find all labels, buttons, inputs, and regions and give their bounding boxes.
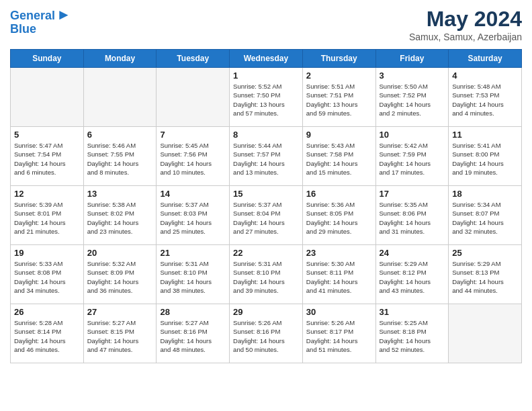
weekday-header: Monday [83, 50, 157, 68]
calendar-cell: 19Sunrise: 5:33 AM Sunset: 8:08 PM Dayli… [11, 245, 84, 304]
page: General► Blue May 2024 Samux, Samux, Aze… [0, 0, 532, 370]
day-info: Sunrise: 5:37 AM Sunset: 8:04 PM Dayligh… [233, 200, 299, 236]
calendar-cell: 17Sunrise: 5:35 AM Sunset: 8:06 PM Dayli… [375, 186, 449, 245]
day-info: Sunrise: 5:52 AM Sunset: 7:50 PM Dayligh… [233, 82, 299, 118]
day-number: 1 [233, 71, 299, 81]
weekday-header: Wednesday [230, 50, 303, 68]
day-number: 3 [380, 71, 445, 81]
calendar-cell: 11Sunrise: 5:41 AM Sunset: 8:00 PM Dayli… [449, 127, 522, 186]
day-number: 29 [233, 307, 299, 317]
weekday-header: Tuesday [157, 50, 230, 68]
day-info: Sunrise: 5:51 AM Sunset: 7:51 PM Dayligh… [306, 82, 372, 118]
weekday-row: SundayMondayTuesdayWednesdayThursdayFrid… [11, 50, 522, 68]
day-number: 28 [160, 307, 226, 317]
day-number: 24 [380, 248, 445, 258]
day-info: Sunrise: 5:26 AM Sunset: 8:17 PM Dayligh… [306, 318, 372, 354]
calendar-cell: 23Sunrise: 5:30 AM Sunset: 8:11 PM Dayli… [302, 245, 375, 304]
day-info: Sunrise: 5:46 AM Sunset: 7:55 PM Dayligh… [87, 141, 153, 177]
day-info: Sunrise: 5:31 AM Sunset: 8:10 PM Dayligh… [160, 259, 226, 295]
day-info: Sunrise: 5:38 AM Sunset: 8:02 PM Dayligh… [87, 200, 153, 236]
day-info: Sunrise: 5:35 AM Sunset: 8:06 PM Dayligh… [380, 200, 445, 236]
day-number: 12 [14, 189, 80, 199]
calendar-cell: 16Sunrise: 5:36 AM Sunset: 8:05 PM Dayli… [302, 186, 375, 245]
logo-text: General► Blue [10, 7, 71, 36]
title-block: May 2024 Samux, Samux, Azerbaijan [409, 7, 522, 42]
calendar-week-row: 26Sunrise: 5:28 AM Sunset: 8:14 PM Dayli… [11, 304, 522, 363]
day-info: Sunrise: 5:43 AM Sunset: 7:58 PM Dayligh… [306, 141, 372, 177]
day-number: 7 [160, 130, 226, 140]
calendar-table: SundayMondayTuesdayWednesdayThursdayFrid… [10, 49, 522, 363]
weekday-header: Saturday [449, 50, 522, 68]
calendar-cell: 1Sunrise: 5:52 AM Sunset: 7:50 PM Daylig… [230, 68, 303, 127]
calendar-cell: 6Sunrise: 5:46 AM Sunset: 7:55 PM Daylig… [83, 127, 157, 186]
day-number: 19 [14, 248, 80, 258]
day-number: 20 [87, 248, 153, 258]
day-info: Sunrise: 5:29 AM Sunset: 8:13 PM Dayligh… [452, 259, 518, 295]
day-info: Sunrise: 5:41 AM Sunset: 8:00 PM Dayligh… [452, 141, 518, 177]
day-number: 31 [380, 307, 445, 317]
calendar-cell: 13Sunrise: 5:38 AM Sunset: 8:02 PM Dayli… [83, 186, 157, 245]
day-info: Sunrise: 5:39 AM Sunset: 8:01 PM Dayligh… [14, 200, 80, 236]
day-info: Sunrise: 5:26 AM Sunset: 8:16 PM Dayligh… [233, 318, 299, 354]
day-info: Sunrise: 5:32 AM Sunset: 8:09 PM Dayligh… [87, 259, 153, 295]
day-number: 6 [87, 130, 153, 140]
calendar-header: SundayMondayTuesdayWednesdayThursdayFrid… [11, 50, 522, 68]
day-number: 27 [87, 307, 153, 317]
day-info: Sunrise: 5:27 AM Sunset: 8:16 PM Dayligh… [160, 318, 226, 354]
calendar-cell: 31Sunrise: 5:25 AM Sunset: 8:18 PM Dayli… [375, 304, 449, 363]
header: General► Blue May 2024 Samux, Samux, Aze… [10, 7, 522, 42]
calendar-cell: 18Sunrise: 5:34 AM Sunset: 8:07 PM Dayli… [449, 186, 522, 245]
calendar-cell: 5Sunrise: 5:47 AM Sunset: 7:54 PM Daylig… [11, 127, 84, 186]
calendar-cell: 9Sunrise: 5:43 AM Sunset: 7:58 PM Daylig… [302, 127, 375, 186]
calendar-cell: 14Sunrise: 5:37 AM Sunset: 8:03 PM Dayli… [157, 186, 230, 245]
day-number: 17 [380, 189, 445, 199]
day-number: 11 [452, 130, 518, 140]
calendar-cell: 8Sunrise: 5:44 AM Sunset: 7:57 PM Daylig… [230, 127, 303, 186]
day-info: Sunrise: 5:48 AM Sunset: 7:53 PM Dayligh… [452, 82, 518, 118]
calendar-week-row: 5Sunrise: 5:47 AM Sunset: 7:54 PM Daylig… [11, 127, 522, 186]
calendar-cell: 27Sunrise: 5:27 AM Sunset: 8:15 PM Dayli… [83, 304, 157, 363]
day-number: 21 [160, 248, 226, 258]
day-number: 5 [14, 130, 80, 140]
calendar-cell: 24Sunrise: 5:29 AM Sunset: 8:12 PM Dayli… [375, 245, 449, 304]
day-info: Sunrise: 5:31 AM Sunset: 8:10 PM Dayligh… [233, 259, 299, 295]
calendar-week-row: 12Sunrise: 5:39 AM Sunset: 8:01 PM Dayli… [11, 186, 522, 245]
day-number: 18 [452, 189, 518, 199]
calendar-cell [157, 68, 230, 127]
calendar-cell: 28Sunrise: 5:27 AM Sunset: 8:16 PM Dayli… [157, 304, 230, 363]
day-info: Sunrise: 5:47 AM Sunset: 7:54 PM Dayligh… [14, 141, 80, 177]
calendar-cell: 26Sunrise: 5:28 AM Sunset: 8:14 PM Dayli… [11, 304, 84, 363]
calendar-cell: 12Sunrise: 5:39 AM Sunset: 8:01 PM Dayli… [11, 186, 84, 245]
calendar-week-row: 19Sunrise: 5:33 AM Sunset: 8:08 PM Dayli… [11, 245, 522, 304]
day-number: 10 [380, 130, 445, 140]
calendar-cell: 4Sunrise: 5:48 AM Sunset: 7:53 PM Daylig… [449, 68, 522, 127]
weekday-header: Friday [375, 50, 449, 68]
calendar-week-row: 1Sunrise: 5:52 AM Sunset: 7:50 PM Daylig… [11, 68, 522, 127]
calendar-cell: 7Sunrise: 5:45 AM Sunset: 7:56 PM Daylig… [157, 127, 230, 186]
day-info: Sunrise: 5:42 AM Sunset: 7:59 PM Dayligh… [380, 141, 445, 177]
day-number: 4 [452, 71, 518, 81]
day-info: Sunrise: 5:45 AM Sunset: 7:56 PM Dayligh… [160, 141, 226, 177]
day-number: 14 [160, 189, 226, 199]
day-info: Sunrise: 5:25 AM Sunset: 8:18 PM Dayligh… [380, 318, 445, 354]
day-info: Sunrise: 5:50 AM Sunset: 7:52 PM Dayligh… [380, 82, 445, 118]
logo: General► Blue [10, 7, 71, 36]
calendar-cell: 25Sunrise: 5:29 AM Sunset: 8:13 PM Dayli… [449, 245, 522, 304]
month-title: May 2024 [409, 7, 522, 32]
day-info: Sunrise: 5:37 AM Sunset: 8:03 PM Dayligh… [160, 200, 226, 236]
calendar-body: 1Sunrise: 5:52 AM Sunset: 7:50 PM Daylig… [11, 68, 522, 363]
day-number: 13 [87, 189, 153, 199]
day-number: 26 [14, 307, 80, 317]
day-number: 15 [233, 189, 299, 199]
day-info: Sunrise: 5:33 AM Sunset: 8:08 PM Dayligh… [14, 259, 80, 295]
calendar-cell [83, 68, 157, 127]
day-number: 16 [306, 189, 372, 199]
calendar-cell: 2Sunrise: 5:51 AM Sunset: 7:51 PM Daylig… [302, 68, 375, 127]
day-info: Sunrise: 5:28 AM Sunset: 8:14 PM Dayligh… [14, 318, 80, 354]
location: Samux, Samux, Azerbaijan [409, 32, 522, 42]
day-number: 9 [306, 130, 372, 140]
day-info: Sunrise: 5:27 AM Sunset: 8:15 PM Dayligh… [87, 318, 153, 354]
day-number: 22 [233, 248, 299, 258]
calendar-cell: 29Sunrise: 5:26 AM Sunset: 8:16 PM Dayli… [230, 304, 303, 363]
weekday-header: Thursday [302, 50, 375, 68]
